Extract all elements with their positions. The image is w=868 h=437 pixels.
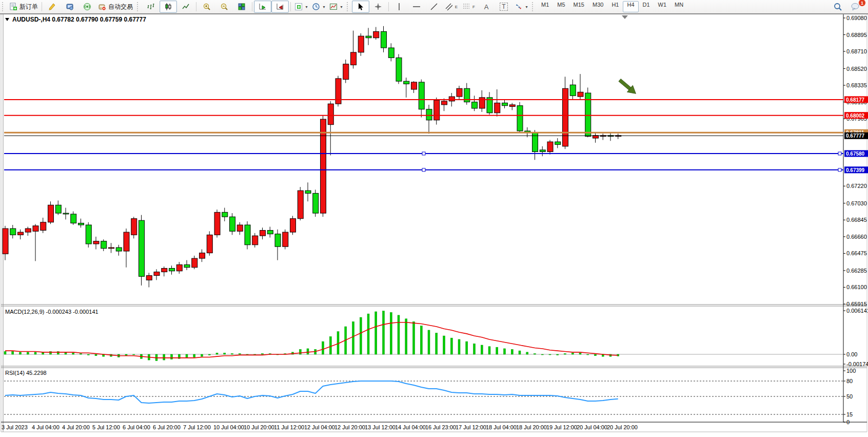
price-tick-label: 0.65915 [846,301,867,307]
fibonacci-button[interactable]: F [460,1,478,13]
candle [578,92,583,97]
time-axis-label: 12 Jul 20:00 [334,424,365,430]
metaeditor-button[interactable] [44,1,61,13]
chart-shift-button[interactable] [271,1,289,13]
new-order-button[interactable]: 新订单 [7,1,40,13]
macd-bar [360,317,362,354]
price-tick-label: 0.66285 [846,268,867,274]
candle [10,229,16,235]
macd-bar [367,314,369,354]
macd-tick-label: 0.00 [846,351,857,357]
arrows-button[interactable]: ▾ [512,1,530,13]
candle [55,205,61,213]
candle [71,214,76,223]
line-handle[interactable] [838,168,841,172]
price-tick-label: 0.67220 [846,183,867,189]
candle [366,36,371,38]
macd-bar [383,311,385,354]
tile-windows-button[interactable] [233,1,250,13]
line-handle[interactable] [422,152,425,155]
periods-button[interactable]: ▾ [310,1,327,13]
community-icon [66,3,74,11]
text-button[interactable]: A [478,1,495,13]
timeframe-button-h4[interactable]: H4 [623,1,638,12]
dropdown-caret-icon: ▾ [340,5,342,9]
time-axis-label: 6 Jul 04:00 [123,424,150,430]
macd-bar [12,351,14,354]
macd-bar [80,354,82,354]
equidistant-channel-button[interactable]: E [443,1,460,13]
auto-scroll-button[interactable] [254,1,271,13]
notifications-button[interactable]: 1 [846,1,864,13]
line-chart-button[interactable] [177,1,194,13]
price-tick-label: 0.67030 [846,200,867,206]
macd-bar [481,345,483,354]
toolbar-separator [252,2,252,11]
templates-button[interactable]: ▾ [327,1,345,13]
rsi-indicator-label: RSI(14) 45.2298 [5,370,47,376]
candle [449,97,455,101]
candle [93,241,99,244]
time-axis-label: 19 Jul 12:00 [546,424,577,430]
macd-indicator-label: MACD(12,26,9) -0.000243 -0.000141 [5,309,98,315]
zoom-out-button[interactable] [215,1,233,13]
price-tick-label: 0.68710 [846,48,867,54]
bar-chart-button[interactable] [142,1,160,13]
macd-bar [587,354,589,355]
candlestick-chart-icon [164,3,172,11]
cursor-button[interactable] [352,1,369,13]
timeframe-button-m15[interactable]: M15 [569,1,588,12]
price-tag-label: 0.67399 [846,167,865,173]
candlestick-chart-button[interactable] [160,1,177,13]
timeframe-button-h1[interactable]: H1 [607,1,623,12]
candle [305,191,311,193]
toolbar-separator [290,2,291,11]
candle [214,212,220,235]
time-axis-label: 6 Jul 20:00 [153,424,181,430]
line-handle[interactable] [838,152,841,155]
candle [275,234,281,247]
fibonacci-icon [463,3,470,11]
autotrading-button[interactable]: 自动交易 [96,1,135,13]
vertical-line-icon [395,3,403,11]
timeframe-button-w1[interactable]: W1 [654,1,671,12]
timeframe-button-m30[interactable]: M30 [588,1,607,12]
toolbar-separator [196,2,196,11]
chart-objects-icon[interactable] [5,17,10,22]
price-tick-label: 0.66475 [846,250,867,256]
candle [162,268,167,272]
macd-bar [216,353,218,354]
signals-button[interactable] [78,1,96,13]
zoom-in-button[interactable] [198,1,215,13]
community-button[interactable] [61,1,78,13]
text-label-button[interactable]: T [495,1,512,13]
search-button[interactable] [829,1,846,13]
timeframe-button-m5[interactable]: M5 [553,1,569,12]
chart-background [0,13,868,437]
macd-bar [95,354,97,356]
candle [131,219,137,235]
candle [78,223,84,225]
line-handle[interactable] [422,168,425,172]
candle [555,142,561,144]
candle [101,241,107,249]
trendline-button[interactable] [425,1,443,13]
timeframe-button-m1[interactable]: M1 [537,1,553,12]
indicators-button[interactable]: ▾ [292,1,310,13]
crosshair-button[interactable] [369,1,387,13]
rsi-tick-label: 80 [846,378,853,384]
candle [328,104,333,124]
macd-tick-label: -0.001749 [846,361,868,367]
chart-canvas[interactable]: 0.690800.688950.687100.685200.683350.681… [0,13,868,437]
fibonacci-letter: F [472,5,475,9]
horizontal-line-icon [412,3,421,11]
horizontal-line-button[interactable] [408,1,425,13]
timeframe-button-d1[interactable]: D1 [639,1,654,12]
price-tick-label: 0.68895 [846,32,867,38]
timeframe-button-mn[interactable]: MN [670,1,687,12]
vertical-line-button[interactable] [390,1,408,13]
candle [434,100,440,120]
candle [18,232,24,235]
candle [176,264,182,271]
candle [154,272,160,276]
